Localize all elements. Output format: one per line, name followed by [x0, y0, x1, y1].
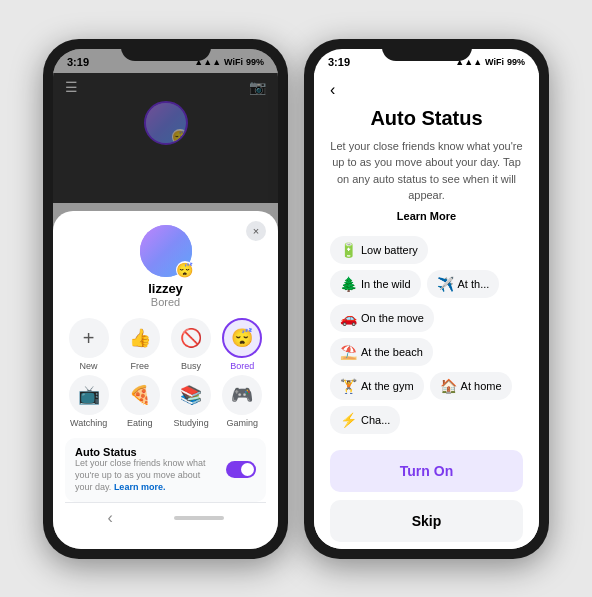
as-title: Auto Status	[330, 107, 523, 130]
eating-label: Eating	[127, 418, 153, 428]
modal-profile: 😴 lizzey Bored	[65, 225, 266, 308]
toggle-knob	[241, 463, 254, 476]
studying-icon: 📚	[171, 375, 211, 415]
bored-icon: 😴	[222, 318, 262, 358]
modal-avatar: 😴	[140, 225, 192, 277]
chip-low-battery-label: Low battery	[361, 244, 418, 256]
free-icon: 👍	[120, 318, 160, 358]
back-arrow[interactable]: ‹	[330, 73, 523, 107]
busy-label: Busy	[181, 361, 201, 371]
gaming-icon: 🎮	[222, 375, 262, 415]
phone-2: 3:19 ▲▲▲ WiFi 99% ‹ Auto Status Let your…	[304, 39, 549, 559]
status-item-studying[interactable]: 📚 Studying	[168, 375, 215, 428]
chip-charging-emoji: ⚡	[340, 412, 357, 428]
bored-label: Bored	[230, 361, 254, 371]
status-modal: × 😴 lizzey Bored + New	[53, 211, 278, 548]
auto-status-text: Auto Status Let your close friends know …	[75, 446, 218, 493]
phone1-bottom-nav: ‹	[65, 502, 266, 533]
chip-in-the-wild[interactable]: 🌲 In the wild	[330, 270, 421, 298]
status-item-watching[interactable]: 📺 Watching	[65, 375, 112, 428]
status-item-busy[interactable]: 🚫 Busy	[168, 318, 215, 371]
status-item-eating[interactable]: 🍕 Eating	[116, 375, 163, 428]
status-item-gaming[interactable]: 🎮 Gaming	[219, 375, 266, 428]
chip-move-label: On the move	[361, 312, 424, 324]
auto-status-toggle[interactable]	[226, 461, 256, 478]
chip-wild-emoji: 🌲	[340, 276, 357, 292]
auto-status-page: ‹ Auto Status Let your close friends kno…	[314, 73, 539, 549]
chip-at-home[interactable]: 🏠 At home	[430, 372, 512, 400]
chip-gym-emoji: 🏋️	[340, 378, 357, 394]
modal-overlay: × 😴 lizzey Bored + New	[53, 49, 278, 549]
status-grid: + New 👍 Free 🚫 Busy 😴	[65, 318, 266, 428]
chip-beach-label: At the beach	[361, 346, 423, 358]
chip-charging-label: Cha...	[361, 414, 390, 426]
screen-1: 3:19 ▲▲▲ WiFi 99% ☰ 😴 📷	[53, 49, 278, 549]
chip-charging[interactable]: ⚡ Cha...	[330, 406, 400, 434]
gaming-label: Gaming	[227, 418, 259, 428]
status-item-new[interactable]: + New	[65, 318, 112, 371]
time-2: 3:19	[328, 56, 350, 68]
status-chips-area: 🔋 Low battery 🌲 In the wild ✈️ At th... …	[330, 236, 523, 434]
chip-on-the-move[interactable]: 🚗 On the move	[330, 304, 434, 332]
chip-at-the[interactable]: ✈️ At th...	[427, 270, 500, 298]
auto-status-bar: Auto Status Let your close friends know …	[65, 438, 266, 501]
chip-low-battery[interactable]: 🔋 Low battery	[330, 236, 428, 264]
new-icon: +	[69, 318, 109, 358]
free-label: Free	[131, 361, 150, 371]
new-label: New	[80, 361, 98, 371]
status-item-bored[interactable]: 😴 Bored	[219, 318, 266, 371]
auto-status-title: Auto Status	[75, 446, 218, 458]
status-item-free[interactable]: 👍 Free	[116, 318, 163, 371]
chip-move-emoji: 🚗	[340, 310, 357, 326]
chip-travel-label: At th...	[458, 278, 490, 290]
chip-low-battery-emoji: 🔋	[340, 242, 357, 258]
as-desc: Let your close friends know what you're …	[330, 138, 523, 204]
phone-1: 3:19 ▲▲▲ WiFi 99% ☰ 😴 📷	[43, 39, 288, 559]
chip-home-emoji: 🏠	[440, 378, 457, 394]
back-nav-icon[interactable]: ‹	[107, 509, 112, 527]
chip-gym-label: At the gym	[361, 380, 414, 392]
notch-2	[382, 39, 472, 61]
chip-travel-emoji: ✈️	[437, 276, 454, 292]
screen-2: 3:19 ▲▲▲ WiFi 99% ‹ Auto Status Let your…	[314, 49, 539, 549]
chip-at-the-gym[interactable]: 🏋️ At the gym	[330, 372, 424, 400]
turn-on-button[interactable]: Turn On	[330, 450, 523, 492]
status-icons-2: ▲▲▲ WiFi 99%	[455, 57, 525, 67]
watching-label: Watching	[70, 418, 107, 428]
auto-status-desc: Let your close friends know what you're …	[75, 458, 218, 493]
chip-beach-emoji: ⛱️	[340, 344, 357, 360]
busy-icon: 🚫	[171, 318, 211, 358]
eating-icon: 🍕	[120, 375, 160, 415]
chip-home-label: At home	[461, 380, 502, 392]
home-indicator-1	[174, 516, 224, 520]
chip-at-the-beach[interactable]: ⛱️ At the beach	[330, 338, 433, 366]
notch-1	[121, 39, 211, 61]
battery-label-2: 99%	[507, 57, 525, 67]
chip-wild-label: In the wild	[361, 278, 411, 290]
watching-icon: 📺	[69, 375, 109, 415]
skip-button[interactable]: Skip	[330, 500, 523, 542]
phones-container: 3:19 ▲▲▲ WiFi 99% ☰ 😴 📷	[31, 27, 561, 571]
modal-status-label: Bored	[151, 296, 180, 308]
wifi-icon-2: WiFi	[485, 57, 504, 67]
learn-more-link[interactable]: Learn more.	[114, 482, 166, 492]
studying-label: Studying	[174, 418, 209, 428]
as-learn-more[interactable]: Learn More	[330, 210, 523, 222]
modal-username: lizzey	[148, 281, 183, 296]
modal-avatar-emoji: 😴	[176, 261, 194, 279]
